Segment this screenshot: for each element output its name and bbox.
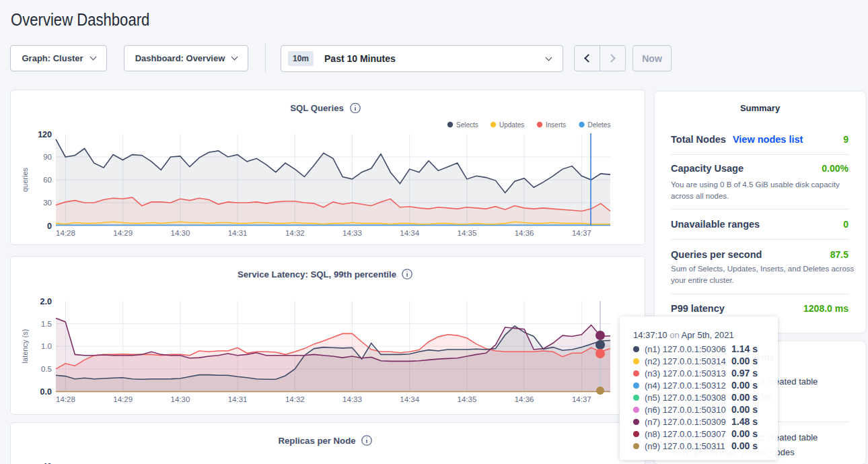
svg-text:14:35: 14:35 xyxy=(458,229,477,237)
svg-text:14:30: 14:30 xyxy=(171,229,190,237)
svg-text:Deletes: Deletes xyxy=(588,121,611,129)
svg-text:14:36: 14:36 xyxy=(515,229,534,237)
svg-text:14:34: 14:34 xyxy=(400,395,419,403)
svg-text:14:30: 14:30 xyxy=(171,395,190,403)
svg-text:Replicas per Node: Replicas per Node xyxy=(278,436,355,446)
svg-text:14:37: 14:37 xyxy=(572,229,591,237)
svg-text:120: 120 xyxy=(38,130,52,139)
svg-text:Selects: Selects xyxy=(456,121,478,129)
svg-text:14:32: 14:32 xyxy=(285,229,305,237)
svg-text:14:35: 14:35 xyxy=(458,395,477,403)
svg-text:14:36: 14:36 xyxy=(515,395,534,403)
svg-text:0: 0 xyxy=(47,222,52,231)
svg-text:2.0: 2.0 xyxy=(40,297,52,306)
svg-text:14:37: 14:37 xyxy=(572,395,591,403)
svg-text:14:31: 14:31 xyxy=(228,395,248,403)
svg-text:latency (s): latency (s) xyxy=(21,329,29,364)
svg-text:60: 60 xyxy=(43,176,52,184)
svg-text:14:28: 14:28 xyxy=(56,229,75,237)
svg-text:14:29: 14:29 xyxy=(113,395,133,403)
svg-text:14:29: 14:29 xyxy=(113,229,133,237)
svg-text:90: 90 xyxy=(43,153,52,161)
svg-text:SQL Queries: SQL Queries xyxy=(290,103,344,113)
svg-text:Service Latency: SQL, 99th per: Service Latency: SQL, 99th percentile xyxy=(238,269,396,279)
svg-text:queries: queries xyxy=(21,167,29,192)
svg-text:14:34: 14:34 xyxy=(400,229,419,237)
svg-text:14:33: 14:33 xyxy=(342,229,362,237)
svg-text:14:28: 14:28 xyxy=(56,395,75,403)
svg-text:Updates: Updates xyxy=(499,121,524,129)
svg-text:0.0: 0.0 xyxy=(40,387,52,397)
svg-text:14:33: 14:33 xyxy=(342,395,362,403)
svg-text:1.0: 1.0 xyxy=(41,342,52,350)
svg-text:14:32: 14:32 xyxy=(285,395,305,403)
svg-text:14:31: 14:31 xyxy=(228,229,248,237)
svg-text:1.5: 1.5 xyxy=(41,320,52,328)
svg-text:30: 30 xyxy=(43,199,52,207)
svg-text:0.5: 0.5 xyxy=(41,365,52,373)
svg-text:Inserts: Inserts xyxy=(546,121,566,129)
